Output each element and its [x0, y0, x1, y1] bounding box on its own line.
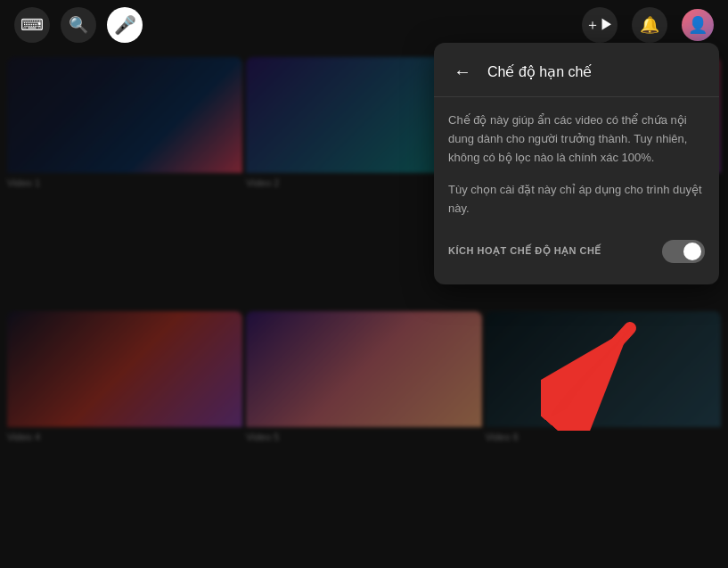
search-button[interactable]: 🔍 — [61, 7, 96, 43]
bell-icon: 🔔 — [640, 15, 659, 35]
keyboard-button[interactable]: ⌨ — [14, 7, 50, 43]
panel-description-1: Chế độ này giúp ẩn các video có thể chứa… — [448, 111, 705, 167]
panel-title: Chế độ hạn chế — [487, 63, 592, 80]
mic-icon: 🎤 — [114, 14, 136, 36]
list-item: Video 6 — [486, 311, 721, 562]
list-item: Video 4 — [7, 311, 242, 562]
avatar-icon: 👤 — [688, 15, 708, 35]
toggle-label: KÍCH HOẠT CHẾ ĐỘ HẠN CHẾ — [448, 245, 601, 257]
panel-description-2: Tùy chọn cài đặt này chỉ áp dụng cho trì… — [448, 181, 705, 218]
toggle-row: KÍCH HOẠT CHẾ ĐỘ HẠN CHẾ — [448, 233, 705, 270]
list-item: Video 1 — [7, 57, 242, 308]
notifications-button[interactable]: 🔔 — [632, 7, 667, 43]
restricted-mode-toggle[interactable] — [662, 240, 705, 263]
restricted-mode-panel: ← Chế độ hạn chế Chế độ này giúp ẩn các … — [434, 43, 719, 284]
topbar-right: ＋▶ 🔔 👤 — [582, 7, 714, 43]
panel-body: Chế độ này giúp ẩn các video có thể chứa… — [434, 97, 719, 284]
avatar[interactable]: 👤 — [682, 9, 714, 41]
upload-button[interactable]: ＋▶ — [582, 7, 618, 43]
mic-button[interactable]: 🎤 — [107, 7, 143, 43]
upload-icon: ＋▶ — [585, 16, 614, 35]
toggle-knob — [683, 243, 701, 260]
back-icon: ← — [454, 62, 471, 82]
list-item: Video 5 — [246, 311, 481, 562]
search-icon: 🔍 — [69, 15, 88, 35]
keyboard-icon: ⌨ — [20, 15, 44, 35]
back-button[interactable]: ← — [448, 57, 477, 86]
topbar-left: ⌨ 🔍 🎤 — [14, 7, 143, 43]
panel-header: ← Chế độ hạn chế — [434, 43, 719, 97]
